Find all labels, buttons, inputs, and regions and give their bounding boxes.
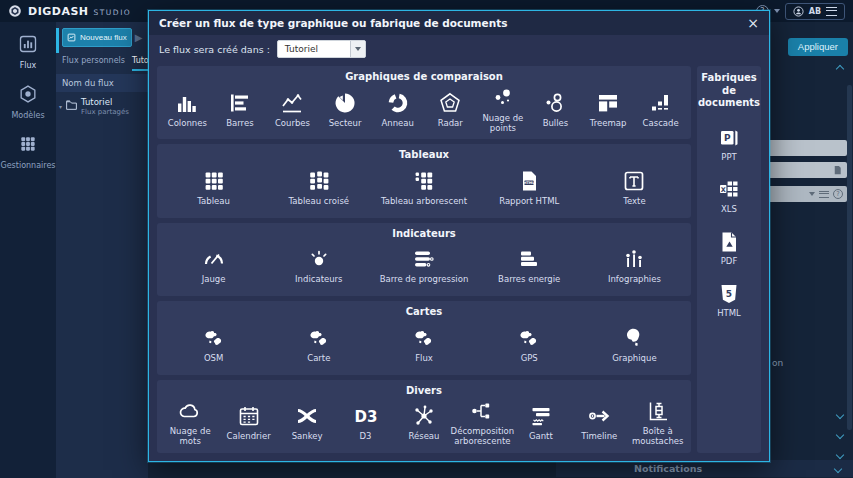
sidebar-item-gestionnaires[interactable]: Gestionnaires: [0, 130, 56, 180]
document-factory-label: PDF: [721, 256, 738, 266]
flux-type-tableau[interactable]: Tableau: [161, 169, 266, 206]
flux-type-anneau[interactable]: Anneau: [371, 91, 424, 128]
collapse-up-icon[interactable]: [836, 65, 844, 73]
flux-type-osm[interactable]: OSM: [161, 326, 266, 363]
section-title: Graphiques de comparaison: [161, 71, 687, 82]
document-factories-panel: Fabriques de documents PPPTXXLSPDF5HTML: [697, 66, 761, 453]
tree-item-tutoriel[interactable]: ▾ Tutoriel Flux partagés: [56, 92, 148, 120]
scatter-icon: [491, 86, 515, 110]
apply-button[interactable]: Appliquer: [788, 38, 848, 56]
flux-type-barres-energie[interactable]: Barres energie: [477, 247, 582, 284]
bars-icon: [228, 91, 252, 115]
treemap-icon: [596, 91, 620, 115]
table-tree-icon: [412, 169, 436, 193]
table-icon: [202, 169, 226, 193]
flux-type-label: Boîte à moustaches: [629, 426, 687, 446]
flux-type-reseau[interactable]: Réseau: [395, 404, 453, 441]
text-icon: [622, 169, 646, 193]
flux-type-label: Barres: [226, 118, 253, 128]
section-chevron-icon[interactable]: [836, 411, 844, 419]
flux-type-barre-de-progression[interactable]: Barre de progression: [371, 247, 476, 284]
user-menu[interactable]: AB: [785, 3, 845, 20]
flux-type-colonnes[interactable]: Colonnes: [161, 91, 214, 128]
play-icon[interactable]: ▶: [135, 32, 143, 43]
flux-type-jauge[interactable]: Jauge: [161, 247, 266, 284]
flux-type-bulles[interactable]: Bulles: [529, 91, 582, 128]
flux-type-secteur[interactable]: Secteur: [319, 91, 372, 128]
flux-type-label: Graphique: [612, 353, 656, 363]
flux-type-label: Gantt: [529, 431, 553, 441]
new-flux-label: Nouveau flux: [80, 33, 127, 42]
flux-type-rapport-html[interactable]: HTMLRapport HTML: [477, 169, 582, 206]
flux-type-label: D3: [360, 431, 372, 441]
flux-type-boite-a-moustaches[interactable]: Boîte à moustaches: [629, 399, 687, 446]
flux-type-barres[interactable]: Barres: [214, 91, 267, 128]
flux-type-flux[interactable]: Flux: [371, 326, 476, 363]
flux-type-calendrier[interactable]: Calendrier: [219, 404, 277, 441]
section-chevron-icon[interactable]: [836, 451, 844, 459]
document-factory-pdf[interactable]: PDF: [717, 230, 741, 266]
flux-type-timeline[interactable]: Timeline: [570, 404, 628, 441]
section-title: Indicateurs: [161, 228, 687, 239]
flux-type-indicateurs[interactable]: Indicateurs: [266, 247, 371, 284]
map-filled-icon: [622, 326, 646, 350]
flux-type-courbes[interactable]: Courbes: [266, 91, 319, 128]
flux-type-nuage-de-mots[interactable]: Nuage de mots: [161, 399, 219, 446]
target-folder-select[interactable]: Tutoriel: [277, 40, 366, 58]
flux-type-infographies[interactable]: Infographies: [582, 247, 687, 284]
document-factory-xls[interactable]: XXLS: [717, 178, 741, 214]
flux-type-tableau-arborescent[interactable]: Tableau arborescent: [371, 169, 476, 206]
section-title: Tableaux: [161, 149, 687, 160]
hidden-label-fragment: on: [772, 358, 783, 368]
flux-type-cascade[interactable]: Cascade: [634, 91, 687, 128]
html-report-icon: HTML: [517, 169, 541, 193]
infographic-icon: [622, 247, 646, 271]
active-section-indicator: [56, 28, 59, 53]
flux-type-tableau-croise[interactable]: Tableau croisé: [266, 169, 371, 206]
notifications-section[interactable]: Notifications: [556, 460, 853, 477]
tree-item-title: Tutoriel: [81, 97, 129, 107]
flux-type-radar[interactable]: Radar: [424, 91, 477, 128]
flux-type-label: GPS: [521, 353, 538, 363]
flux-type-graphique[interactable]: Graphique: [582, 326, 687, 363]
flux-type-label: Cascade: [643, 118, 679, 128]
select-arrow-icon: [350, 41, 365, 57]
flux-type-label: Calendrier: [227, 431, 271, 441]
scrollbar[interactable]: [847, 85, 852, 430]
energy-icon: [517, 247, 541, 271]
document-factory-html[interactable]: 5HTML: [717, 282, 741, 318]
new-flux-button[interactable]: Nouveau flux: [62, 28, 132, 47]
tab-flux-personnels[interactable]: Flux personnels: [62, 56, 125, 71]
flux-type-label: Infographies: [608, 274, 661, 284]
sidebar-item-flux[interactable]: Flux: [0, 30, 56, 80]
flux-type-label: Rapport HTML: [499, 196, 559, 206]
radar-icon: [438, 91, 462, 115]
section-indicateurs: IndicateursJaugeIndicateursBarre de prog…: [157, 223, 691, 296]
document-factory-ppt[interactable]: PPPT: [717, 126, 741, 162]
tree-expand-icon[interactable]: ▾: [59, 103, 62, 110]
flux-type-treemap[interactable]: Treemap: [582, 91, 635, 128]
section-chevron-icon[interactable]: [836, 431, 844, 439]
flux-type-sankey[interactable]: Sankey: [278, 404, 336, 441]
help-caret-icon[interactable]: [774, 9, 780, 13]
section-items: TableauTableau croiséTableau arborescent…: [161, 160, 687, 214]
flux-type-texte[interactable]: Texte: [582, 169, 687, 206]
xls-icon: X: [717, 178, 741, 202]
target-folder-value: Tutoriel: [278, 41, 350, 57]
flux-type-decomposition-arborescente[interactable]: Décomposition arborescente: [453, 399, 511, 446]
close-icon[interactable]: ×: [747, 16, 759, 30]
flux-type-label: Jauge: [202, 274, 226, 284]
flux-type-gantt[interactable]: Gantt: [512, 404, 570, 441]
flux-type-d3[interactable]: D3D3: [336, 404, 394, 441]
flux-type-label: Flux: [415, 353, 433, 363]
dialog-sections: Graphiques de comparaisonColonnesBarresC…: [157, 66, 691, 453]
curves-icon: [280, 91, 304, 115]
sidebar-item-modeles[interactable]: Modèles: [0, 80, 56, 130]
pie-icon: [333, 91, 357, 115]
flux-type-label: Indicateurs: [295, 274, 342, 284]
section-items: OSMCarteFluxGPSGraphique: [161, 317, 687, 371]
flux-type-nuage-de-points[interactable]: Nuage de points: [477, 86, 530, 133]
map-icon: [412, 326, 436, 350]
flux-type-gps[interactable]: GPS: [477, 326, 582, 363]
flux-type-carte[interactable]: Carte: [266, 326, 371, 363]
